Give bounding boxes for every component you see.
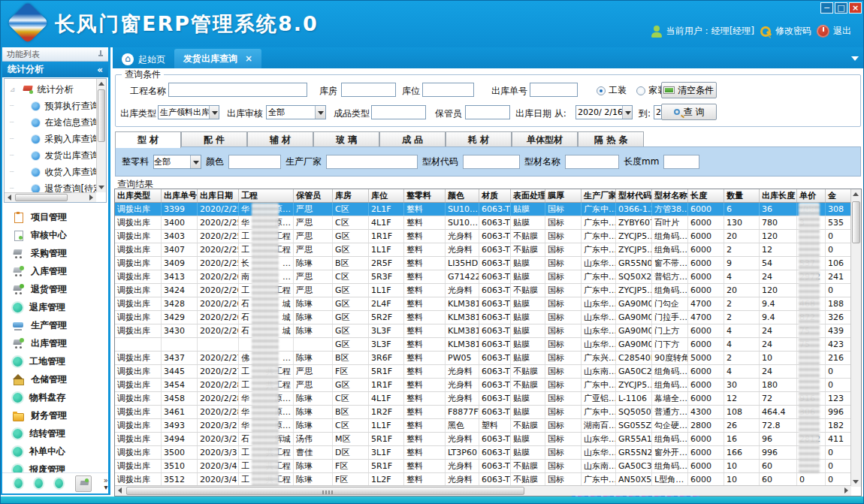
scroll-left-icon[interactable] — [118, 487, 122, 493]
logout-button[interactable]: 退出 — [817, 25, 851, 38]
project-name-input[interactable] — [168, 83, 307, 97]
column-header-16[interactable]: 数量 — [724, 189, 760, 202]
column-header-2[interactable]: 出库日期 — [198, 189, 239, 202]
profile-name-input[interactable] — [565, 155, 619, 169]
sidebar-group-header[interactable]: 统计分析 « — [2, 62, 108, 77]
scroll-down-icon[interactable] — [98, 186, 104, 189]
column-header-4[interactable]: 保管员 — [294, 189, 333, 202]
scrollbar-thumb[interactable] — [852, 201, 860, 243]
table-row[interactable]: 调拨出库34452020/2/27工共工程严思F区5R1F整料光身料6063-T… — [115, 365, 851, 379]
collapsed-module-icon[interactable] — [55, 478, 63, 488]
keeper-input[interactable] — [465, 105, 510, 119]
collapsed-module-icon[interactable] — [35, 478, 43, 488]
column-header-1[interactable]: 出库单号 — [162, 189, 198, 202]
table-row[interactable]: 调拨出库34032020/2/25工工程严思G区1R1F整料光身料6063-T5… — [115, 230, 851, 243]
material-tab-5[interactable]: 耗 材 — [446, 131, 512, 147]
column-header-7[interactable]: 整零料 — [404, 189, 446, 202]
profile-code-input[interactable] — [463, 155, 520, 169]
tree-item-3[interactable]: ┈发货出库查询 — [8, 147, 96, 164]
scroll-right-icon[interactable] — [844, 487, 848, 493]
cart-module-button[interactable] — [75, 475, 92, 492]
scroll-right-icon[interactable] — [89, 195, 93, 201]
date-from-dropdown[interactable]: 2020/ 2/16 — [575, 105, 633, 119]
material-tab-7[interactable]: 隔 热 条 — [578, 131, 644, 147]
table-row[interactable]: 调拨出库35102020/3/4工共工程陈琳F区5R1F整料光身料6063-T5… — [115, 460, 851, 473]
table-row[interactable]: 调拨出库34242020/2/26工工程严思G区1L1F整料光身料6063-T5… — [115, 284, 851, 297]
sidebar-item-7[interactable]: 出库管理 — [2, 334, 108, 352]
scroll-down-icon[interactable] — [853, 480, 859, 484]
maximize-button[interactable]: □ — [835, 2, 847, 14]
column-header-19[interactable]: 金 — [826, 189, 851, 202]
material-tab-0[interactable]: 型 材 — [115, 131, 181, 148]
scroll-left-icon[interactable] — [8, 195, 11, 201]
column-header-5[interactable]: 库房 — [333, 189, 369, 202]
table-row[interactable]: 调拨出库34582020/2/28华原…陈琳C区4L1F整料光身料6063-T5… — [115, 392, 851, 406]
column-header-14[interactable]: 型材名称 — [652, 189, 688, 202]
tab-shipment-query[interactable]: 发货出库查询 × — [174, 49, 261, 68]
table-row[interactable]: 调拨出库34542020/2/28工共工程严思G区1R1F整料光身料6063-T… — [115, 379, 851, 392]
sidebar-item-13[interactable]: 补单中心 — [2, 442, 108, 460]
audit-dropdown[interactable]: 全部 — [266, 105, 326, 119]
out-type-dropdown[interactable]: 生产领料出库 — [158, 105, 219, 119]
warehouse-input[interactable] — [341, 83, 396, 97]
close-button[interactable]: × — [849, 2, 862, 14]
column-header-6[interactable]: 库位 — [369, 189, 404, 202]
column-header-17[interactable]: 出库长度 — [760, 189, 797, 202]
tree-item-0[interactable]: ┈预算执行查询 — [8, 98, 96, 114]
table-row[interactable]: 调拨出库34372020/2/27佛…陈琳B区3R6F整料PW056063-T5… — [115, 352, 851, 365]
scroll-up-icon[interactable] — [853, 192, 859, 196]
material-tab-1[interactable]: 配 件 — [181, 131, 247, 147]
tree-item-5[interactable]: ┈退货查询[待定] — [8, 180, 96, 192]
sidebar-item-6[interactable]: 生产管理 — [2, 316, 108, 334]
change-password-button[interactable]: 修改密码 — [760, 25, 811, 38]
tree-expander[interactable]: ⊿ — [10, 86, 16, 93]
table-row[interactable]: 调拨出库34292020/2/26石城陈琳G区5R2F整料KLM38176063… — [115, 311, 851, 324]
table-row[interactable]: 调拨出库34942020/3/2石辉城汤伟M区5R1F整料光身料6063-T5贴… — [115, 433, 851, 446]
sidebar-item-8[interactable]: 工地管理 — [2, 352, 108, 370]
column-header-11[interactable]: 膜厚 — [545, 189, 582, 202]
column-header-12[interactable]: 生产厂家 — [582, 189, 616, 202]
table-row[interactable]: 调拨出库34282020/2/26石城陈琳G区2L4F整料KLM38176063… — [115, 297, 851, 311]
material-tab-4[interactable]: 成 品 — [379, 131, 446, 147]
tree-item-1[interactable]: ┈在途信息查询[待 — [8, 114, 96, 131]
search-button[interactable]: 查 询 — [661, 104, 717, 120]
whole-dropdown[interactable]: 全部 — [153, 155, 201, 169]
column-header-13[interactable]: 型材代码 — [616, 189, 652, 202]
collapse-icon[interactable]: « — [97, 65, 103, 75]
clear-conditions-button[interactable]: 清空条件 — [661, 82, 717, 98]
table-row[interactable]: 调拨出库34932020/3/2华原…陈琳C区1L1F整料黑色塑料不贴膜国标湖南… — [115, 419, 851, 433]
minimize-button[interactable]: − — [820, 2, 833, 14]
table-row[interactable]: G区3L3F整料KLM38176063-T5贴膜国标山东华…GA90M09.门下… — [115, 338, 851, 352]
column-header-10[interactable]: 表面处理 — [511, 189, 545, 202]
tree-item-4[interactable]: ┈收货入库查询 — [8, 164, 96, 180]
sidebar-item-2[interactable]: 采购管理 — [2, 244, 108, 262]
collapsed-module-icon[interactable] — [14, 478, 23, 488]
scrollbar-thumb[interactable] — [15, 194, 68, 201]
sidebar-item-10[interactable]: 物料盘存 — [2, 388, 108, 406]
column-header-9[interactable]: 材质 — [479, 189, 511, 202]
grid-vertical-scrollbar[interactable] — [850, 189, 861, 487]
tree-item-2[interactable]: ┈采购入库查询 — [8, 131, 96, 147]
sidebar-item-3[interactable]: 入库管理 — [2, 262, 108, 280]
table-row[interactable]: 调拨出库35002020/3/3工共工程曹佳D区3L1F整料LT3P606063… — [115, 446, 851, 460]
table-row[interactable]: 调拨出库34612020/2/28华原…陈琳B区1R2F整料F8877FT606… — [115, 406, 851, 419]
sidebar-item-9[interactable]: 仓储管理 — [2, 370, 108, 388]
column-header-18[interactable]: 单价 — [797, 189, 826, 202]
tab-list-dropdown-icon[interactable] — [851, 56, 859, 61]
column-header-8[interactable]: 颜色 — [446, 189, 479, 202]
table-row[interactable]: 调拨出库34132020/2/26南…严思C区5R3F整料G714226063-… — [115, 270, 851, 284]
column-header-3[interactable]: 工程 — [239, 189, 294, 202]
sidebar-item-5[interactable]: 退库管理 — [2, 298, 108, 316]
table-row[interactable]: 调拨出库34092020/2/25长…陈琳B区2R5F整料LI35HD6063-… — [115, 257, 851, 270]
tree-root[interactable]: ⊿ 统计分析 — [8, 81, 96, 98]
tree-vertical-scrollbar[interactable] — [96, 79, 106, 192]
table-row[interactable]: 调拨出库34002020/2/25华原…严思C区4L1F整料SU10…6063-… — [115, 216, 851, 230]
column-header-15[interactable]: 长度 — [688, 189, 724, 202]
location-input[interactable] — [422, 83, 474, 97]
scrollbar-thumb[interactable] — [126, 487, 524, 495]
grid-horizontal-scrollbar[interactable] — [115, 485, 851, 496]
material-tab-6[interactable]: 单体型材 — [512, 131, 578, 147]
scroll-up-icon[interactable] — [98, 82, 104, 86]
tree-horizontal-scrollbar[interactable] — [5, 192, 96, 202]
sidebar-item-12[interactable]: 结转管理 — [2, 424, 108, 442]
